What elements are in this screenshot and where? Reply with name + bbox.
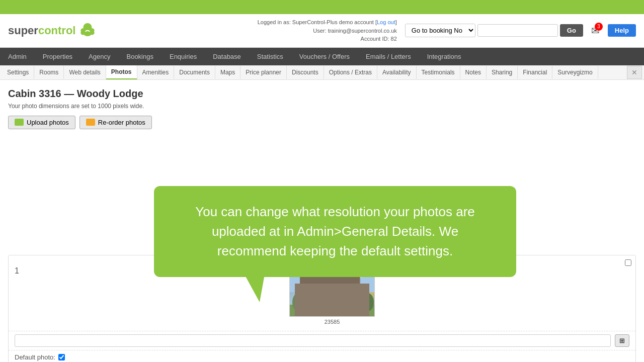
top-banner: [0, 0, 644, 14]
tooltip-overlay: You can change what resolution your phot…: [154, 186, 516, 277]
svg-rect-3: [290, 305, 375, 317]
upload-photos-button[interactable]: Upload photos: [8, 116, 75, 129]
logo: supercontrol: [8, 21, 98, 41]
logo-super: super: [8, 24, 38, 37]
subnav-price-planner[interactable]: Price planner: [240, 66, 287, 79]
svg-rect-7: [328, 285, 338, 294]
nav-integrations[interactable]: Integrations: [419, 48, 469, 65]
booking-go-section: Go to booking No Go: [405, 24, 583, 37]
svg-point-10: [292, 292, 307, 312]
reorder-icon: [86, 119, 95, 126]
page-title: Cabin 3316 — Woody Lodge: [8, 88, 636, 100]
speech-bubble: You can change what resolution your phot…: [154, 186, 516, 277]
nav-emails[interactable]: Emails / Letters: [358, 48, 419, 65]
sub-nav: Settings Rooms Web details Photos Amenit…: [0, 65, 644, 80]
caption-input-row: ⊞: [9, 331, 635, 350]
subnav-surveygizmo[interactable]: Surveygizmo: [552, 66, 598, 79]
svg-rect-8: [343, 285, 353, 294]
photo-number: 1: [15, 261, 35, 276]
header: supercontrol Logged in as: SuperControl-…: [0, 14, 644, 48]
default-photo-checkbox[interactable]: [58, 354, 65, 360]
subnav-maps[interactable]: Maps: [215, 66, 240, 79]
logged-in-text: Logged in as: SuperControl-Plus demo acc…: [258, 18, 397, 27]
content-wrapper: Cabin 3316 — Woody Lodge Your photo dime…: [8, 88, 636, 363]
svg-point-11: [362, 293, 374, 311]
subnav-web-details[interactable]: Web details: [64, 66, 106, 79]
help-button[interactable]: Help: [608, 24, 636, 37]
header-info: Logged in as: SuperControl-Plus demo acc…: [258, 18, 397, 43]
default-photo-row: Default photo:: [9, 350, 635, 363]
subnav-financial[interactable]: Financial: [518, 66, 552, 79]
account-text: Account ID: 82: [258, 35, 397, 43]
reorder-photos-button[interactable]: Re-order photos: [79, 116, 152, 129]
subnav-photos[interactable]: Photos: [106, 65, 137, 79]
logo-icon: [77, 21, 98, 41]
nav-statistics[interactable]: Statistics: [249, 48, 291, 65]
nav-bookings[interactable]: Bookings: [118, 48, 161, 65]
nav-vouchers[interactable]: Vouchers / Offers: [291, 48, 358, 65]
photo-caption-id: 23585: [325, 319, 340, 325]
nav-admin[interactable]: Admin: [0, 48, 35, 65]
subnav-settings[interactable]: Settings: [2, 66, 34, 79]
caption-edit-button[interactable]: ⊞: [615, 334, 629, 347]
photo-info: Your photo dimensions are set to 1000 pi…: [8, 103, 636, 110]
go-button[interactable]: Go: [560, 24, 583, 37]
booking-dropdown[interactable]: Go to booking No: [405, 24, 475, 37]
action-buttons: Upload photos Re-order photos: [8, 116, 636, 129]
caption-input[interactable]: [15, 334, 611, 347]
photo-select-checkbox[interactable]: [625, 259, 631, 266]
mail-badge: 3: [595, 23, 603, 31]
svg-rect-4: [305, 277, 360, 307]
upload-icon: [15, 119, 24, 126]
nav-enquiries[interactable]: Enquiries: [162, 48, 205, 65]
subnav-amenities[interactable]: Amenities: [137, 66, 175, 79]
main-nav: Admin Properties Agency Bookings Enquiri…: [0, 48, 644, 65]
subnav-availability[interactable]: Availability: [377, 66, 416, 79]
subnav-options-extras[interactable]: Options / Extras: [324, 66, 377, 79]
nav-database[interactable]: Database: [205, 48, 249, 65]
default-photo-label: Default photo:: [15, 353, 55, 361]
tooltip-text: You can change what resolution your phot…: [178, 202, 492, 261]
subnav-close-icon[interactable]: ✕: [627, 66, 642, 79]
subnav-testimonials[interactable]: Testimonials: [417, 66, 460, 79]
speech-bubble-tail: [245, 275, 265, 302]
subnav-notes[interactable]: Notes: [460, 66, 487, 79]
mail-button[interactable]: ✉ 3: [591, 25, 600, 37]
subnav-sharing[interactable]: Sharing: [487, 66, 518, 79]
content-area: Cabin 3316 — Woody Lodge Your photo dime…: [0, 80, 644, 363]
logo-control: control: [38, 24, 76, 37]
subnav-discounts[interactable]: Discounts: [287, 66, 324, 79]
subnav-documents[interactable]: Documents: [174, 66, 215, 79]
subnav-rooms[interactable]: Rooms: [34, 66, 64, 79]
header-right: Logged in as: SuperControl-Plus demo acc…: [258, 18, 636, 43]
svg-rect-6: [312, 285, 323, 294]
nav-agency[interactable]: Agency: [80, 48, 118, 65]
nav-properties[interactable]: Properties: [35, 48, 80, 65]
booking-number-input[interactable]: [477, 24, 558, 37]
logout-link[interactable]: Log out: [377, 19, 395, 25]
svg-rect-9: [326, 296, 339, 307]
user-text: User: training@supercontrol.co.uk: [258, 27, 397, 35]
